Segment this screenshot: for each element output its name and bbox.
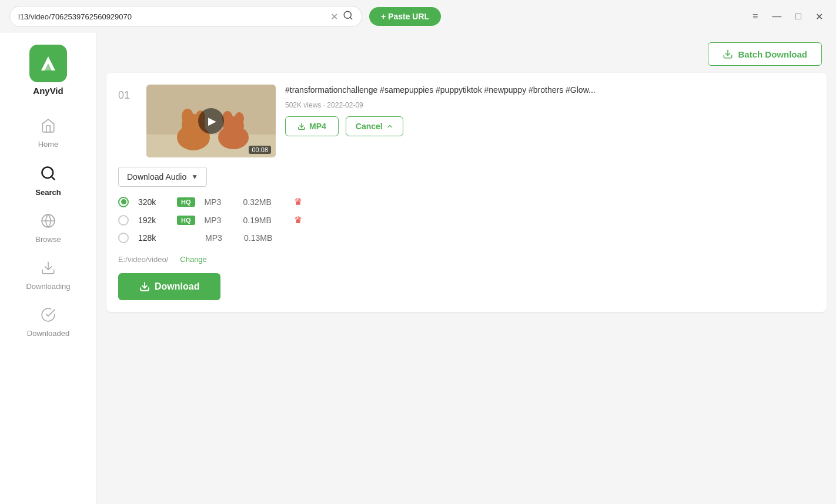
quality-options: 320k HQ MP3 0.32MB ♛ 192k HQ MP3 0 [118,196,815,243]
svg-line-3 [51,176,54,179]
bitrate-128k: 128k [138,233,168,243]
video-title: #transformationchallenge #samepuppies #p… [285,85,815,96]
bitrate-320k: 320k [138,197,168,207]
downloading-label: Downloading [26,282,70,291]
app-name: AnyVid [33,86,63,96]
hq-badge-320k: HQ [177,197,195,207]
video-number: 01 [118,89,137,102]
downloading-icon [41,260,56,280]
video-info: #transformationchallenge #samepuppies #p… [285,85,815,136]
content-area: Batch Download 01 [97,33,836,504]
quality-row-128k: 128k MP3 0.13MB [118,233,815,243]
downloaded-icon [41,307,56,327]
radio-dot-320k [121,199,126,204]
url-display: l13/video/7062539762560929070 [18,12,326,21]
batch-download-button[interactable]: Batch Download [708,42,822,66]
hq-badge-192k: HQ [177,216,195,225]
video-card: 01 [106,73,827,312]
file-path-row: E:/video/video/ Change [118,255,815,264]
cancel-button[interactable]: Cancel [346,116,403,136]
svg-line-1 [350,17,352,19]
maximize-button[interactable]: □ [792,9,805,24]
video-meta: 502K views · 2022-02-09 [285,101,815,109]
url-input-container: l13/video/7062539762560929070 ✕ [9,6,362,27]
premium-320k-icon: ♛ [294,196,302,207]
radio-128k[interactable] [118,233,129,243]
batch-download-container: Batch Download [106,42,827,66]
download-label: Download [155,281,199,292]
svg-point-17 [235,112,244,125]
format-192k: MP3 [205,216,234,225]
download-button[interactable]: Download [118,273,220,300]
search-icon [40,165,56,186]
sidebar-item-home[interactable]: Home [0,110,96,157]
minimize-button[interactable]: — [768,9,785,24]
file-path-display: E:/video/video/ [118,255,168,264]
batch-download-label: Batch Download [738,49,807,59]
logo-area: AnyVid [29,45,67,96]
play-icon: ▶ [208,115,216,127]
paste-url-button[interactable]: + Paste URL [369,7,441,26]
quality-row-192k: 192k HQ MP3 0.19MB ♛ [118,214,815,226]
title-bar: l13/video/7062539762560929070 ✕ + Paste … [0,0,836,33]
mp4-download-button[interactable]: MP4 [285,116,339,136]
app-logo [29,45,67,82]
video-thumbnail: ▶ 00:08 [146,85,276,157]
close-button[interactable]: ✕ [812,9,827,25]
sidebar: AnyVid Home Search [0,33,97,504]
home-label: Home [38,140,59,149]
quality-row-320k: 320k HQ MP3 0.32MB ♛ [118,196,815,207]
format-320k: MP3 [205,197,234,207]
audio-section: Download Audio ▼ 320k HQ MP3 [118,167,815,300]
browse-label: Browse [35,235,61,244]
size-320k: 0.32MB [243,197,285,207]
search-label: Search [35,188,61,197]
sidebar-item-downloading[interactable]: Downloading [0,252,96,299]
format-128k: MP3 [205,233,235,243]
video-duration: 00:08 [249,146,271,154]
download-audio-dropdown[interactable]: Download Audio ▼ [118,167,207,187]
size-128k: 0.13MB [244,233,285,243]
size-192k: 0.19MB [243,216,285,225]
sidebar-item-downloaded[interactable]: Downloaded [0,299,96,346]
home-icon [41,118,56,137]
svg-point-12 [182,109,193,124]
url-search-button[interactable] [343,10,353,23]
change-path-button[interactable]: Change [180,255,207,264]
sidebar-item-browse[interactable]: Browse [0,205,96,252]
url-clear-button[interactable]: ✕ [330,11,338,22]
download-audio-label: Download Audio [127,172,186,182]
bitrate-192k: 192k [138,216,168,225]
radio-320k[interactable] [118,197,129,207]
radio-192k[interactable] [118,215,129,226]
browse-icon [41,213,56,233]
dropdown-arrow-icon: ▼ [191,173,198,181]
video-actions: MP4 Cancel [285,116,815,136]
play-button[interactable]: ▶ [198,108,224,134]
sidebar-item-search[interactable]: Search [0,157,96,205]
downloaded-label: Downloaded [27,329,69,338]
window-controls: ≡ — □ ✕ [749,9,827,25]
premium-192k-icon: ♛ [294,214,302,226]
video-header: 01 [118,85,815,157]
menu-button[interactable]: ≡ [749,9,761,24]
